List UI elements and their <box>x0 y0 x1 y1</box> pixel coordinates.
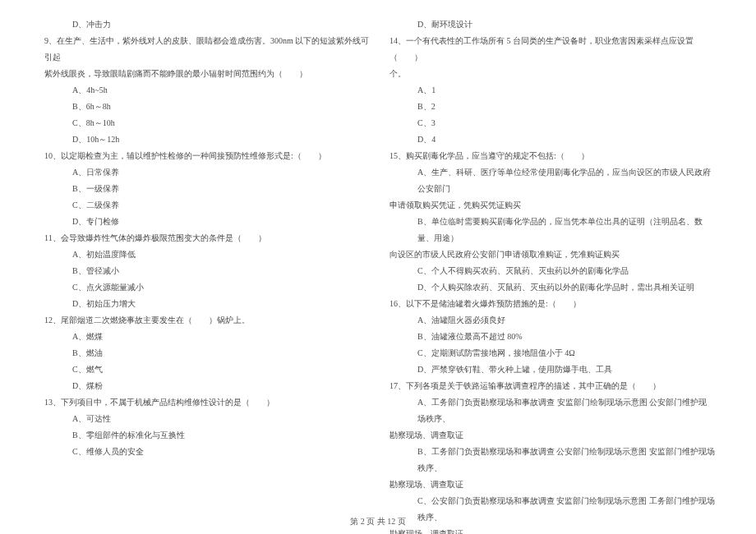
q16-option-a: A、油罐阻火器必须良好 <box>386 312 715 329</box>
q9-option-d: D、10h～12h <box>41 131 370 148</box>
q12-option-d: D、煤粉 <box>41 378 370 394</box>
q9-option-c: C、8h～10h <box>41 115 370 131</box>
q11-option-b: B、管径减小 <box>41 263 370 279</box>
q9-option-a: A、4h~5h <box>41 82 370 99</box>
question-17: 17、下列各项是关于铁路运输事故调查程序的描述，其中正确的是（ ） <box>386 378 715 394</box>
q12-option-c: C、燃气 <box>41 361 370 378</box>
q15-option-b-cont: 向设区的市级人民政府公安部门申请领取准购证，凭准购证购买 <box>386 246 715 263</box>
q17-option-b: B、工务部门负责勘察现场和事故调查 公安部门绘制现场示意图 安监部门维护现场秩序… <box>386 444 715 476</box>
q9-option-b: B、6h～8h <box>41 99 370 115</box>
question-14-cont: 个。 <box>386 66 715 82</box>
q15-option-a: A、生产、科研、医疗等单位经常使用剧毒化学品的，应当向设区的市级人民政府公安部门 <box>386 164 715 197</box>
q10-option-a: A、日常保养 <box>41 164 370 181</box>
question-15: 15、购买剧毒化学品，应当遵守的规定不包括:（ ） <box>386 148 715 164</box>
q15-option-a-cont: 申请领取购买凭证，凭购买凭证购买 <box>386 197 715 214</box>
q16-option-b: B、油罐液位最高不超过 80% <box>386 329 715 345</box>
right-column: D、耐环境设计 14、一个有代表性的工作场所有 5 台同类的生产设备时，职业危害… <box>378 16 723 485</box>
prev-option-d: D、冲击力 <box>41 16 370 33</box>
question-12: 12、尾部烟道二次燃烧事故主要发生在（ ）锅炉上。 <box>41 312 370 329</box>
question-9: 9、在生产、生活中，紫外线对人的皮肤、眼睛都会造成伤害。300nm 以下的短波紫… <box>41 33 370 66</box>
page-footer: 第 2 页 共 12 页 <box>0 516 756 527</box>
q16-option-d: D、严禁穿铁钉鞋、带火种上罐，使用防爆手电、工具 <box>386 361 715 378</box>
q13-option-c: C、维修人员的安全 <box>41 444 370 460</box>
q14-option-d: D、4 <box>386 131 715 148</box>
q15-option-c: C、个人不得购买农药、灭鼠药、灭虫药以外的剧毒化学品 <box>386 263 715 279</box>
q14-option-a: A、1 <box>386 82 715 99</box>
q11-option-c: C、点火源能量减小 <box>41 279 370 296</box>
question-14: 14、一个有代表性的工作场所有 5 台同类的生产设备时，职业危害因素采样点应设置… <box>386 33 715 66</box>
q13-option-d: D、耐环境设计 <box>386 16 715 33</box>
q15-option-d: D、个人购买除农药、灭鼠药、灭虫药以外的剧毒化学品时，需出具相关证明 <box>386 279 715 296</box>
q13-option-a: A、可达性 <box>41 411 370 427</box>
question-10: 10、以定期检查为主，辅以维护性检修的一种间接预防性维修形式是:（ ） <box>41 148 370 164</box>
left-column: D、冲击力 9、在生产、生活中，紫外线对人的皮肤、眼睛都会造成伤害。300nm … <box>33 16 378 485</box>
page-content: D、冲击力 9、在生产、生活中，紫外线对人的皮肤、眼睛都会造成伤害。300nm … <box>0 0 756 509</box>
q12-option-b: B、燃油 <box>41 345 370 361</box>
q10-option-b: B、一级保养 <box>41 181 370 197</box>
q17-option-a: A、工务部门负责勘察现场和事故调查 安监部门绘制现场示意图 公安部门维护现场秩序… <box>386 394 715 427</box>
q17-option-a-cont: 勘察现场、调查取证 <box>386 427 715 444</box>
q15-option-b: B、单位临时需要购买剧毒化学品的，应当凭本单位出具的证明（注明品名、数量、用途） <box>386 214 715 246</box>
q11-option-a: A、初始温度降低 <box>41 246 370 263</box>
question-9-cont: 紫外线眼炎，导致眼睛剧痛而不能睁眼的最小辐射时间范围约为（ ） <box>41 66 370 82</box>
q11-option-d: D、初始压力增大 <box>41 296 370 312</box>
q10-option-d: D、专门检修 <box>41 214 370 230</box>
q14-option-c: C、3 <box>386 115 715 131</box>
question-13: 13、下列项目中，不属于机械产品结构维修性设计的是（ ） <box>41 394 370 411</box>
question-11: 11、会导致爆炸性气体的爆炸极限范围变大的条件是（ ） <box>41 230 370 246</box>
q10-option-c: C、二级保养 <box>41 197 370 214</box>
q12-option-a: A、燃煤 <box>41 329 370 345</box>
q16-option-c: C、定期测试防雷接地网，接地阻值小于 4Ω <box>386 345 715 361</box>
q13-option-b: B、零组部件的标准化与互换性 <box>41 427 370 444</box>
question-16: 16、以下不是储油罐着火爆炸预防措施的是:（ ） <box>386 296 715 312</box>
q17-option-b-cont: 勘察现场、调查取证 <box>386 476 715 493</box>
q14-option-b: B、2 <box>386 99 715 115</box>
